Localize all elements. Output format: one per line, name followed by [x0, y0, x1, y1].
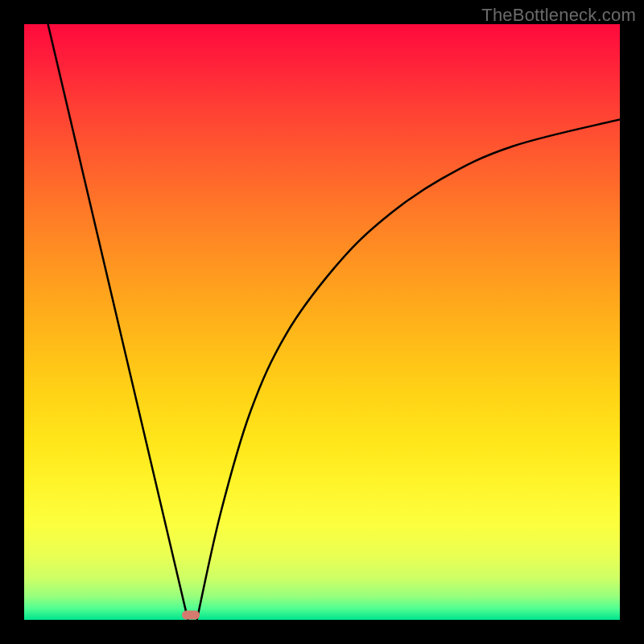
chart-frame: TheBottleneck.com [0, 0, 644, 644]
bottleneck-curve [24, 24, 620, 620]
minimum-marker [182, 611, 200, 620]
plot-area [24, 24, 620, 620]
watermark-text: TheBottleneck.com [481, 5, 636, 26]
curve-left-branch [48, 24, 188, 620]
curve-right-branch [197, 119, 620, 620]
